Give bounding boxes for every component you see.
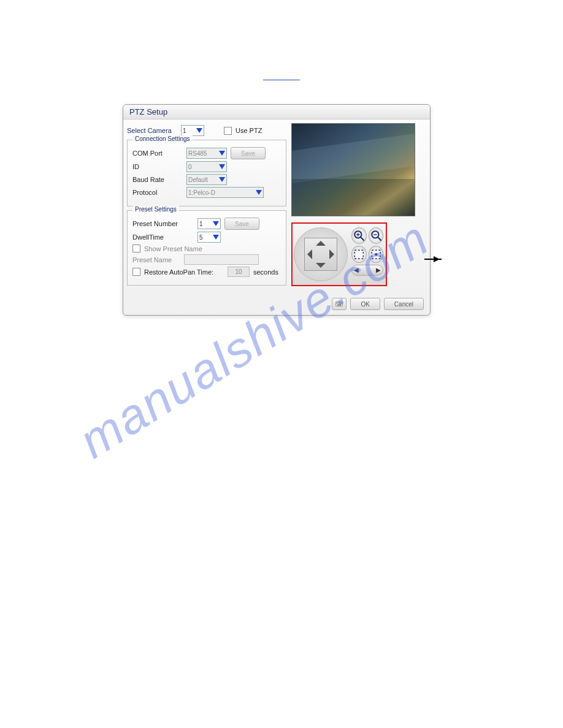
- keyboard-icon: [335, 300, 343, 308]
- restore-autopan-checkbox[interactable]: [132, 268, 140, 276]
- focus-far-button[interactable]: [369, 246, 384, 262]
- id-dropdown[interactable]: 0: [186, 161, 227, 172]
- svg-rect-14: [341, 303, 342, 304]
- cancel-button[interactable]: Cancel: [384, 298, 424, 310]
- restore-autopan-label: Restore AutoPan Time:: [144, 268, 224, 276]
- restore-autopan-unit: seconds: [253, 268, 278, 276]
- preset-name-input[interactable]: [184, 254, 259, 265]
- select-camera-dropdown[interactable]: 1: [181, 125, 204, 136]
- chevron-down-icon: [213, 235, 219, 240]
- chevron-down-icon: [219, 164, 225, 169]
- dialog-footer: OK Cancel: [123, 293, 430, 315]
- baud-rate-label: Baud Rate: [132, 176, 183, 183]
- com-port-dropdown[interactable]: RS485: [186, 148, 227, 159]
- restore-autopan-value[interactable]: 10: [228, 267, 250, 277]
- svg-line-1: [361, 237, 364, 241]
- show-preset-name-checkbox[interactable]: [132, 245, 140, 252]
- focus-near-icon: [352, 248, 366, 262]
- camera-preview: [291, 123, 415, 216]
- svg-rect-10: [336, 302, 343, 306]
- dialog-title: PTZ Setup: [123, 105, 430, 119]
- header-underline: [263, 80, 300, 80]
- svg-rect-11: [337, 303, 338, 304]
- show-preset-name-label: Show Preset Name: [144, 245, 202, 252]
- svg-rect-12: [338, 303, 339, 304]
- chevron-down-icon: [219, 151, 225, 156]
- chevron-down-icon: [196, 128, 202, 133]
- use-ptz-label: Use PTZ: [236, 127, 262, 134]
- connection-settings-group: Connection Settings COM Port RS485 Save …: [127, 140, 286, 207]
- baud-rate-dropdown[interactable]: Default: [186, 174, 227, 185]
- svg-point-9: [375, 253, 377, 256]
- preset-save-button[interactable]: Save: [224, 218, 259, 230]
- preset-legend: Preset Settings: [132, 206, 179, 213]
- zoom-in-button[interactable]: [351, 227, 367, 244]
- svg-line-5: [378, 237, 381, 241]
- chevron-down-icon: [213, 221, 219, 226]
- svg-rect-15: [337, 305, 341, 306]
- ptz-right-button[interactable]: [329, 249, 334, 259]
- zoom-out-button[interactable]: [369, 227, 384, 244]
- protocol-label: Protocol: [132, 189, 183, 196]
- dwell-time-dropdown[interactable]: 5: [197, 232, 221, 243]
- svg-rect-7: [354, 250, 363, 259]
- keyboard-button[interactable]: [332, 298, 347, 310]
- protocol-dropdown[interactable]: 1:Pelco-D: [186, 187, 264, 198]
- preset-settings-group: Preset Settings Preset Number 1 Save Dwe…: [127, 210, 286, 286]
- ptz-control-panel: ◀ ▶: [291, 222, 387, 286]
- ptz-up-button[interactable]: [316, 241, 326, 246]
- speed-slider[interactable]: ◀ ▶: [351, 265, 383, 276]
- svg-rect-13: [339, 303, 340, 304]
- zoom-in-icon: [352, 229, 366, 243]
- slider-left-icon: ◀: [354, 267, 359, 273]
- chevron-down-icon: [256, 190, 262, 195]
- preset-number-label: Preset Number: [132, 220, 194, 227]
- focus-near-button[interactable]: [351, 246, 367, 262]
- slider-right-icon: ▶: [376, 267, 381, 273]
- callout-arrow: [424, 259, 442, 260]
- ptz-setup-dialog: PTZ Setup Select Camera 1 Use PTZ Connec…: [123, 104, 431, 316]
- chevron-down-icon: [219, 177, 225, 182]
- select-camera-label: Select Camera: [127, 127, 177, 134]
- ok-button[interactable]: OK: [350, 298, 380, 310]
- connection-legend: Connection Settings: [132, 135, 193, 142]
- com-port-label: COM Port: [132, 150, 183, 157]
- ptz-dpad: [294, 227, 348, 281]
- connection-save-button[interactable]: Save: [231, 147, 266, 159]
- id-label: ID: [132, 163, 183, 170]
- dwell-time-label: DwellTime: [132, 233, 194, 241]
- preset-number-dropdown[interactable]: 1: [197, 218, 221, 229]
- focus-far-icon: [369, 248, 383, 262]
- zoom-out-icon: [369, 229, 383, 243]
- preset-name-label: Preset Name: [132, 256, 180, 264]
- ptz-down-button[interactable]: [316, 263, 326, 268]
- ptz-left-button[interactable]: [307, 249, 312, 259]
- use-ptz-checkbox[interactable]: [224, 127, 232, 135]
